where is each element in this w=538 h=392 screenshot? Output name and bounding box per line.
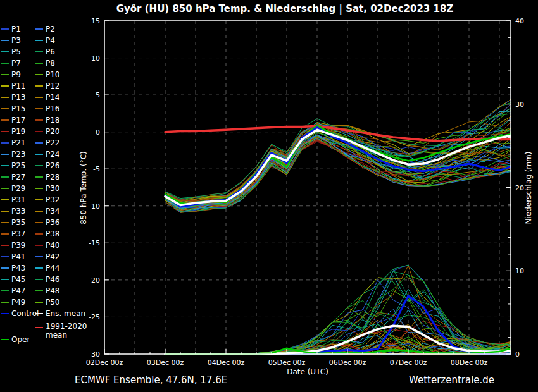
legend-climate-mean-color-dash [35, 327, 43, 328]
legend-member-p23-label: P23 [11, 150, 26, 159]
y-axis-label-left: 850 hPa Temp. (°C) [79, 151, 88, 224]
legend-member-p32-color-dash [35, 199, 43, 200]
legend-member-p25-label: P25 [11, 162, 26, 170]
legend-member-p36: P36 [35, 217, 60, 228]
legend-member-p29-label: P29 [11, 185, 26, 193]
legend-member-p49-label: P49 [11, 298, 26, 307]
y-left-tick-label: -15 [89, 239, 100, 247]
y-left-tick-label: -25 [89, 313, 100, 321]
legend-oper-color-dash [1, 339, 9, 340]
legend-member-p45-label: P45 [11, 276, 26, 284]
legend-member-p16: P16 [35, 103, 60, 114]
legend-member-p5-label: P5 [11, 48, 21, 56]
legend-member-p48-label: P48 [46, 287, 60, 295]
y-left-tick-label: 5 [96, 91, 100, 99]
legend-member-p4-color-dash [35, 40, 43, 41]
legend-member-p25-color-dash [1, 165, 9, 166]
legend-member-p10-label: P10 [46, 71, 60, 79]
y-left-tick-label: -10 [89, 202, 100, 211]
precip-member-line [165, 265, 515, 354]
legend-member-p48-color-dash [35, 290, 43, 291]
y-axis-label-right: Niederschlag (mm) [524, 152, 533, 224]
legend-member-p18: P18 [35, 114, 60, 126]
y-left-tick-label: -5 [93, 165, 100, 173]
y-left-tick-label: -20 [89, 276, 100, 285]
legend-member-p23: P23 [1, 149, 26, 160]
legend-member-p3-label: P3 [11, 37, 21, 45]
temp-member-line [165, 106, 515, 205]
legend-member-p30-label: P30 [46, 185, 60, 193]
legend-member-p47-label: P47 [11, 287, 26, 295]
legend-oper: Oper [1, 334, 30, 345]
legend-member-p25: P25 [1, 160, 26, 171]
legend-member-p2: P2 [35, 23, 55, 35]
legend-member-p7-label: P7 [11, 59, 21, 68]
legend-member-p7: P7 [1, 58, 21, 69]
legend-member-p50: P50 [35, 297, 60, 308]
legend-member-p32-label: P32 [46, 196, 60, 204]
legend-member-p44-color-dash [35, 267, 43, 269]
x-tick-label: 03Dec 00z [147, 358, 184, 367]
legend-member-p8-label: P8 [46, 59, 55, 68]
y-right-tick-label: 30 [515, 101, 524, 109]
legend-member-p13: P13 [1, 92, 26, 103]
legend-member-p41-label: P41 [11, 253, 26, 261]
legend-member-p26-color-dash [35, 165, 43, 166]
legend-member-p32: P32 [35, 194, 60, 205]
legend-member-p39-label: P39 [11, 242, 26, 250]
legend-member-p24-color-dash [35, 154, 43, 155]
legend-member-p35: P35 [1, 217, 26, 228]
legend-member-p12-label: P12 [46, 82, 60, 90]
axes: 151050-5-10-15-20-25-3040302010002Dec 00… [86, 17, 524, 367]
legend-member-p24-label: P24 [46, 150, 60, 159]
legend-member-p28-color-dash [35, 176, 43, 178]
legend-member-p42-label: P42 [46, 253, 60, 261]
temp-member-line [165, 115, 515, 200]
legend-member-p13-label: P13 [11, 94, 26, 102]
legend-member-p20-label: P20 [46, 128, 60, 136]
legend-member-p45-color-dash [1, 279, 9, 280]
legend-climate-mean-label: 1991-2020 mean [46, 322, 90, 340]
legend-ens-mean-color-dash [35, 313, 43, 314]
legend-member-p27: P27 [1, 171, 26, 183]
legend-member-p22-label: P22 [46, 139, 60, 147]
legend-member-p34: P34 [35, 205, 60, 217]
y-right-tick-label: 20 [515, 184, 524, 192]
legend-member-p11: P11 [1, 80, 26, 92]
legend-member-p24: P24 [35, 149, 60, 160]
legend-member-p17-label: P17 [11, 116, 26, 125]
legend-member-p39-color-dash [1, 245, 9, 246]
legend-member-p19: P19 [1, 126, 26, 137]
legend-member-p19-label: P19 [11, 128, 26, 136]
legend-member-p1: P1 [1, 23, 21, 35]
legend-member-p35-color-dash [1, 222, 9, 223]
legend-member-p35-label: P35 [11, 219, 26, 227]
grid-lines [104, 21, 511, 354]
y-left-tick-label: 0 [96, 128, 100, 137]
legend-member-p44-label: P44 [46, 264, 60, 273]
footer-site-credit: Wetterzentrale.de [409, 374, 494, 386]
legend-member-p45: P45 [1, 274, 26, 285]
legend-member-p27-label: P27 [11, 173, 26, 181]
legend-member-p49: P49 [1, 297, 26, 308]
legend-member-p27-color-dash [1, 176, 9, 178]
legend-member-p2-label: P2 [46, 25, 55, 34]
legend-member-p5: P5 [1, 46, 21, 58]
legend-member-p11-label: P11 [11, 82, 26, 90]
legend-member-p11-color-dash [1, 85, 9, 87]
legend-member-p41-color-dash [1, 256, 9, 257]
legend-member-p29: P29 [1, 183, 26, 194]
legend-member-p37-label: P37 [11, 230, 26, 238]
legend-member-p7-color-dash [1, 63, 9, 64]
legend-control: Control [1, 308, 39, 319]
legend-member-p31-color-dash [1, 199, 9, 200]
legend-member-p16-color-dash [35, 108, 43, 109]
legend-member-p38: P38 [35, 228, 60, 240]
legend-member-p16-label: P16 [46, 105, 60, 113]
legend-member-p41: P41 [1, 251, 26, 262]
legend-ens-mean-label: Ens. mean [46, 310, 85, 318]
legend-member-p14-label: P14 [46, 94, 60, 102]
legend-member-p2-color-dash [35, 28, 43, 30]
y-right-tick-label: 10 [515, 267, 524, 275]
legend-member-p8-color-dash [35, 63, 43, 64]
